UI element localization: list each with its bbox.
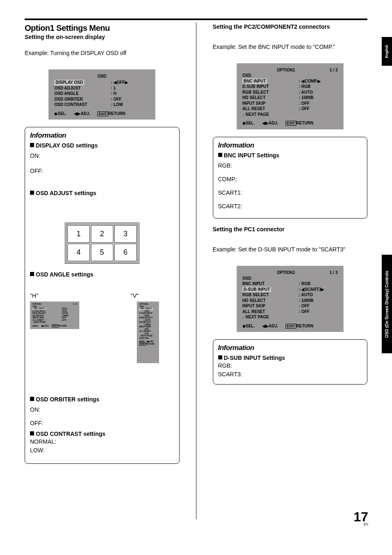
tab-osd: OSD (On Screen Display) Controls [382,255,392,353]
angle-h-label: "H" [30,292,38,299]
picto-cell: 3 [114,225,137,243]
contrast-normal: NORMAL: [30,438,174,446]
contrast-low: LOW: [30,447,174,454]
display-osd-off: OFF: [30,167,174,175]
sel-indicator: ◆SEL. [242,120,255,126]
osd-row: ↓ NEXT PAGE [32,321,77,324]
angle-v-label: "V" [131,292,138,299]
osd-angle-settings-head: OSD ANGLE settings [30,271,174,278]
osd-row: HD SELECT: 1080B [242,298,338,304]
dsub-scart3: SCART3: [218,371,362,378]
heading-pc1-connector: Setting the PC1 connector [213,226,368,233]
exit-return: EXITRETURN [286,323,314,329]
osd-row: ↓ NEXT PAGE [242,112,338,117]
osd-row: OSD ANGLE: H [54,91,150,97]
osd-row: ALL RESET: OFF [242,106,338,112]
column-left: Option1 Settings Menu Setting the on-scr… [25,23,180,519]
heading-pc2-component2: Setting the PC2/COMPONENT2 connectors [213,23,368,30]
information-box-bnc: Information BNC INPUT Settings RGB: COMP… [213,137,368,219]
osd-panel-dsub: OPTION11 / 3 OSDBNC INPUT: RGBD-SUB INPU… [237,266,344,332]
exit-button-label: EXIT [97,111,108,116]
mini-panel-v: OPTION1 OSDBNC INPUT: RGBD-SUB INPUT: RG… [125,302,174,363]
picto-cell: 2 [91,225,113,243]
osd-panel-mini-h: OPTION11 / 3 OSDBNC INPUT: RGBD-SUB INPU… [30,302,79,329]
sel-indicator: ◆SEL. [54,111,67,117]
bnc-comp: COMP.: [218,175,362,183]
osd-panel-display-osd: OSD DISPLAY OSD: ◀OFF▶OSD ADJUST: 1OSD A… [48,69,155,120]
osd-row: OSD CONTRAST: LOW [54,102,150,108]
tab-english: English [382,37,392,66]
display-osd-settings-head: DISPLAY OSD settings [30,142,174,149]
columns: Option1 Settings Menu Setting the on-scr… [25,23,367,519]
osd-row: DISPLAY OSD: ◀OFF▶ [54,80,150,85]
osd-row: HD SELECT: 1080B [242,95,338,101]
display-osd-on: ON: [30,152,174,160]
osd-row: BNC INPUT: ◀COMP.▶ [242,78,338,84]
osd-row: D-SUB INPUT: RGB [242,84,338,90]
picto-cell: 1 [67,225,90,243]
info-title: Information [218,344,362,352]
osd-adjust-settings-head: OSD ADJUST settings [30,190,174,196]
dsub-input-settings-head: D-SUB INPUT Settings [218,355,362,361]
page-number-value: 17 [353,510,368,523]
orbiter-off: OFF: [30,419,174,427]
example-dsub-scart3: Example: Set the D-SUB INPUT mode to "SC… [213,246,368,253]
example-display-osd: Example: Turning the DISPLAY OSD off [25,49,180,57]
osd-row: D-SUB INPUT: ◀SCART3▶ [242,287,338,292]
osd-row: BNC INPUT: RGB [242,281,338,287]
example-bnc-comp: Example: Set the BNC INPUT mode to "COMP… [213,43,368,51]
adj-indicator: ◀▶ADJ. [74,111,90,117]
osd-row: OSD ADJUST: 1 [54,85,150,91]
column-separator [196,22,196,519]
page: English OSD (On Screen Display) Controls… [0,0,392,532]
heading-option1-menu: Option1 Settings Menu [25,23,180,33]
heading-onscreen-display: Setting the on-screen display [25,34,180,40]
osd-row: RGB SELECT: AUTO [242,90,338,95]
picto-cell: 4 [67,244,90,261]
osd-panel-title: OSD [54,74,150,79]
bnc-scart2: SCART2: [218,203,362,210]
page-number: 17 En [353,510,368,526]
osd-orbiter-settings-head: OSD ORBITER settings [30,396,174,403]
bnc-input-settings-head: BNC INPUT Settings [218,152,362,159]
osd-panel-rows: DISPLAY OSD: ◀OFF▶OSD ADJUST: 1OSD ANGLE… [54,80,150,108]
info-title: Information [218,141,362,150]
picto-cell: 6 [114,244,137,261]
exit-return: EXITRETURN [97,111,125,117]
osd-row: RGB SELECT: AUTO [242,292,338,298]
exit-return: EXITRETURN [286,120,314,126]
osd-panel-bnc: OPTION11 / 3 OSDBNC INPUT: ◀COMP.▶D-SUB … [237,63,344,129]
orbiter-on: ON: [30,406,174,414]
osd-contrast-settings-head: OSD CONTRAST settings [30,431,174,437]
tab-osd-label: OSD (On Screen Display) Controls [385,270,389,337]
osd-panel-mini-v: OPTION1 OSDBNC INPUT: RGBD-SUB INPUT: RG… [137,302,159,363]
tab-english-label: English [385,45,389,58]
information-box-left: Information DISPLAY OSD settings ON: OFF… [25,127,180,464]
osd-row: ↓ NEXT PAGE [242,314,338,320]
column-right: Setting the PC2/COMPONENT2 connectors Ex… [213,23,368,519]
osd-panel-footer: ◆SEL. ◀▶ADJ. EXITRETURN [54,111,150,117]
information-box-dsub: Information D-SUB INPUT Settings RGB: SC… [213,339,368,385]
info-title: Information [30,131,174,140]
picto-cell: 5 [91,244,113,261]
osd-row: OSD ORBITER: OFF [54,97,150,102]
osd-row: INPUT SKIP: OFF [242,303,338,309]
mini-panels-row: OPTION11 / 3 OSDBNC INPUT: RGBD-SUB INPU… [30,302,174,363]
osd-row: ALL RESET: OFF [242,309,338,315]
osd-row: OSD [242,276,338,281]
osd-row: OSD [242,73,338,78]
bnc-rgb: RGB: [218,162,362,170]
osd-row: INPUT SKIP: OFF [242,101,338,106]
adj-indicator: ◀▶ADJ. [262,323,278,329]
osd-adjust-pictogram: 1 2 3 4 5 6 [65,223,139,264]
bnc-scart1: SCART1: [218,189,362,197]
mini-panel-h: OPTION11 / 3 OSDBNC INPUT: RGBD-SUB INPU… [30,302,79,363]
sel-indicator: ◆SEL. [242,323,255,329]
adj-indicator: ◀▶ADJ. [262,120,278,126]
top-rule [25,18,367,20]
dsub-rgb: RGB: [218,362,362,370]
